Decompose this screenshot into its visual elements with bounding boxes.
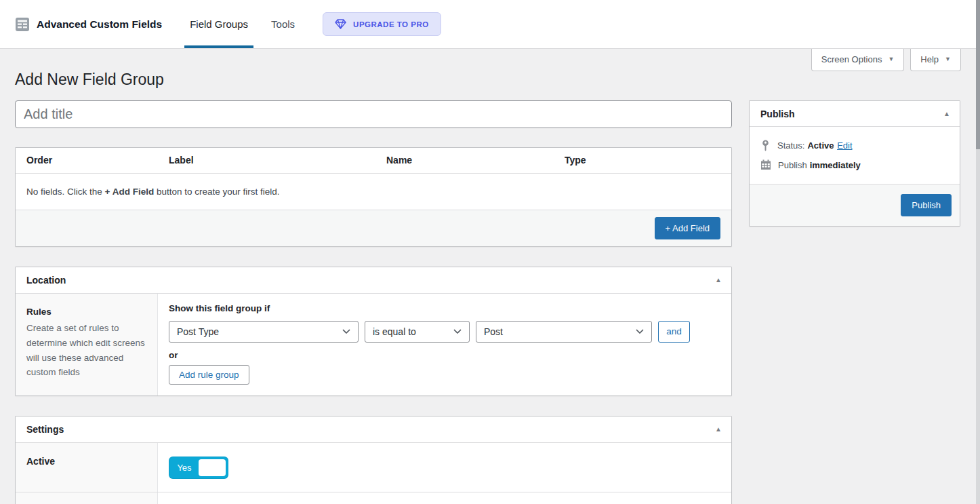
add-and-rule-button[interactable]: and	[658, 321, 690, 343]
screen-control-flaps: Screen Options ▼ Help ▼	[811, 49, 961, 71]
post-status-pin-icon	[760, 140, 771, 151]
collapse-panel-icon[interactable]: ▲	[943, 110, 950, 117]
field-group-title-input[interactable]	[15, 100, 732, 128]
rule-operator-value: is equal to	[373, 326, 416, 337]
location-rules-content: Show this field group if Post Type is eq…	[158, 294, 731, 395]
publish-panel-header: Publish ▲	[750, 101, 960, 127]
fields-panel-footer: + Add Field	[16, 210, 731, 246]
publish-time-row: Publishimmediately	[750, 155, 960, 174]
publish-sidebar: Publish ▲ Status:Active Edit	[749, 100, 960, 227]
scrollbar-thumb[interactable]	[976, 0, 980, 149]
publish-panel-title: Publish	[760, 109, 795, 119]
add-field-button[interactable]: + Add Field	[655, 217, 720, 239]
publish-time-text: Publishimmediately	[778, 160, 861, 170]
fields-panel: Order Label Name Type No fields. Click t…	[15, 147, 732, 247]
help-button[interactable]: Help ▼	[910, 49, 961, 71]
status-row: Status:Active Edit	[750, 136, 960, 155]
calendar-icon	[760, 159, 771, 170]
screen-options-button[interactable]: Screen Options ▼	[811, 49, 905, 71]
location-panel-body: Rules Create a set of rules to determine…	[16, 294, 731, 395]
tab-field-groups-label: Field Groups	[190, 18, 248, 30]
column-header-name: Name	[386, 155, 565, 166]
chevron-down-icon	[453, 329, 462, 334]
column-header-label: Label	[169, 155, 386, 166]
chevron-down-icon: ▼	[945, 56, 951, 62]
column-header-type: Type	[565, 155, 731, 166]
publish-panel-body: Status:Active Edit Publishimmediately	[750, 127, 960, 184]
settings-panel-title: Settings	[26, 424, 64, 435]
no-fields-message-prefix: No fields. Click the	[26, 187, 105, 197]
chevron-down-icon	[342, 329, 350, 334]
screen-options-label: Screen Options	[821, 54, 882, 64]
publish-time-label: Publish	[778, 160, 807, 170]
fields-table-header: Order Label Name Type	[16, 148, 731, 174]
column-header-order: Order	[16, 155, 169, 166]
location-panel-title: Location	[26, 275, 66, 286]
publish-panel-footer: Publish	[750, 184, 960, 226]
help-label: Help	[920, 54, 939, 64]
rules-description: Create a set of rules to determine which…	[26, 321, 146, 380]
rule-value-value: Post	[484, 326, 503, 337]
brand-title: Advanced Custom Fields	[37, 18, 162, 31]
acf-top-bar: Advanced Custom Fields Field Groups Tool…	[0, 0, 980, 49]
settings-next-row	[16, 492, 731, 504]
publish-button[interactable]: Publish	[901, 194, 952, 216]
status-label: Status:	[777, 140, 804, 151]
add-rule-group-button[interactable]: Add rule group	[169, 365, 249, 385]
acf-brand: Advanced Custom Fields	[15, 0, 162, 48]
tab-tools[interactable]: Tools	[260, 0, 306, 48]
status-value: Active	[807, 140, 834, 151]
upgrade-to-pro-button[interactable]: UPGRADE TO PRO	[323, 12, 441, 36]
settings-next-content	[158, 492, 731, 504]
collapse-panel-icon[interactable]: ▲	[715, 276, 722, 284]
no-fields-message-suffix: button to create your first field.	[154, 187, 279, 197]
collapse-panel-icon[interactable]: ▲	[715, 425, 722, 433]
location-panel-header: Location ▲	[16, 267, 731, 294]
chevron-down-icon: ▼	[888, 56, 894, 62]
no-fields-message-bold: + Add Field	[105, 187, 155, 197]
chevron-down-icon	[636, 329, 644, 334]
active-label-column: Active	[16, 443, 158, 492]
gem-icon	[335, 19, 346, 29]
rules-description-column: Rules Create a set of rules to determine…	[16, 294, 158, 395]
active-toggle-cell: Yes	[158, 443, 731, 492]
status-text: Status:Active Edit	[777, 140, 853, 151]
rule-param-select[interactable]: Post Type	[169, 321, 359, 343]
tab-field-groups[interactable]: Field Groups	[178, 0, 260, 48]
upgrade-to-pro-label: UPGRADE TO PRO	[353, 20, 429, 28]
active-label: Active	[26, 456, 146, 467]
toggle-knob	[199, 459, 226, 476]
or-label: or	[169, 350, 720, 360]
rule-operator-select[interactable]: is equal to	[365, 321, 470, 343]
settings-next-label-column	[16, 492, 158, 504]
acf-logo-icon	[15, 17, 30, 32]
settings-active-row: Active Yes	[16, 443, 731, 492]
page-scrollbar[interactable]	[976, 0, 980, 504]
publish-time-value: immediately	[810, 160, 861, 170]
settings-panel: Settings ▲ Active Yes	[15, 416, 732, 504]
rule-value-select[interactable]: Post	[476, 321, 652, 343]
location-panel: Location ▲ Rules Create a set of rules t…	[15, 267, 732, 396]
edit-status-link[interactable]: Edit	[837, 140, 852, 151]
tab-tools-label: Tools	[271, 18, 295, 30]
settings-panel-header: Settings ▲	[16, 416, 731, 443]
show-if-label: Show this field group if	[169, 303, 720, 313]
rules-title: Rules	[26, 307, 146, 317]
rule-row: Post Type is equal to Post	[169, 321, 720, 343]
active-toggle[interactable]: Yes	[169, 457, 228, 479]
publish-panel: Publish ▲ Status:Active Edit	[749, 100, 960, 227]
active-toggle-label: Yes	[169, 457, 200, 479]
main-content: Add New Field Group Order Label Name Typ…	[15, 49, 732, 504]
rule-param-value: Post Type	[177, 326, 219, 337]
page-title: Add New Field Group	[15, 70, 732, 90]
no-fields-message: No fields. Click the + Add Field button …	[16, 174, 731, 210]
